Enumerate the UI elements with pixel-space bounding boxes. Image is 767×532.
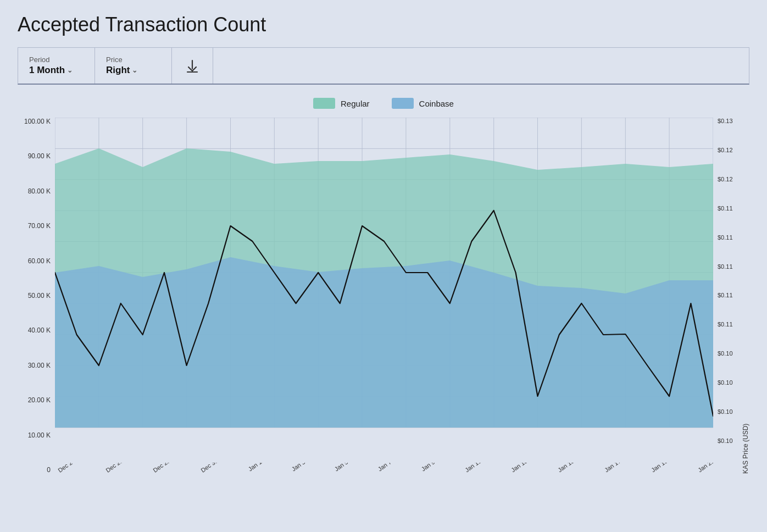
legend-regular: Regular (313, 98, 370, 109)
chevron-down-icon: ⌄ (67, 66, 73, 74)
legend-coinbase: Coinbase (392, 98, 454, 109)
chart-container: Regular Coinbase 100.00 K 90.00 K 80.00 … (18, 98, 749, 490)
toolbar: Period 1 Month ⌄ Price Right ⌄ (18, 47, 749, 85)
x-label-dec26: Dec 26 (104, 463, 136, 490)
chart-legend: Regular Coinbase (18, 98, 749, 109)
x-label-jan3: Jan 3 (290, 463, 318, 490)
x-label-jan1: Jan 1 (247, 463, 275, 490)
x-label-dec24: Dec 24 (57, 463, 88, 490)
x-label-jan7: Jan 7 (376, 463, 404, 490)
x-label-jan15: Jan 15 (557, 463, 587, 490)
price-label: Price (106, 56, 160, 64)
chevron-down-icon: ⌄ (132, 66, 137, 74)
x-label-jan13: Jan 13 (510, 463, 541, 490)
download-button[interactable] (172, 48, 213, 84)
x-label-jan5: Jan 5 (334, 463, 362, 490)
price-value: Right ⌄ (106, 65, 160, 76)
x-label-dec30: Dec 30 (199, 463, 231, 490)
legend-regular-label: Regular (341, 99, 370, 108)
x-label-jan19: Jan 19 (650, 463, 681, 490)
period-selector[interactable]: Period 1 Month ⌄ (18, 48, 95, 84)
page-title: Accepted Transaction Count (18, 13, 749, 36)
regular-swatch (313, 98, 335, 109)
main-chart-svg (55, 118, 713, 458)
x-label-dec28: Dec 28 (152, 463, 184, 490)
period-label: Period (29, 56, 84, 64)
period-value: 1 Month ⌄ (29, 65, 84, 76)
coinbase-swatch (392, 98, 414, 109)
y-axis-left: 100.00 K 90.00 K 80.00 K 70.00 K 60.00 K… (18, 118, 55, 490)
y-axis-right: $0.13 $0.12 $0.12 $0.11 $0.11 $0.11 $0.1… (713, 118, 749, 490)
legend-coinbase-label: Coinbase (419, 99, 454, 108)
y-axis-right-label: KAS Price (USD) (742, 118, 749, 474)
x-label-jan21: Jan 21 (697, 463, 713, 490)
x-label-jan11: Jan 11 (463, 463, 494, 490)
price-selector[interactable]: Price Right ⌄ (95, 48, 172, 84)
x-label-jan17: Jan 17 (603, 463, 634, 490)
x-label-jan9: Jan 9 (420, 463, 448, 490)
